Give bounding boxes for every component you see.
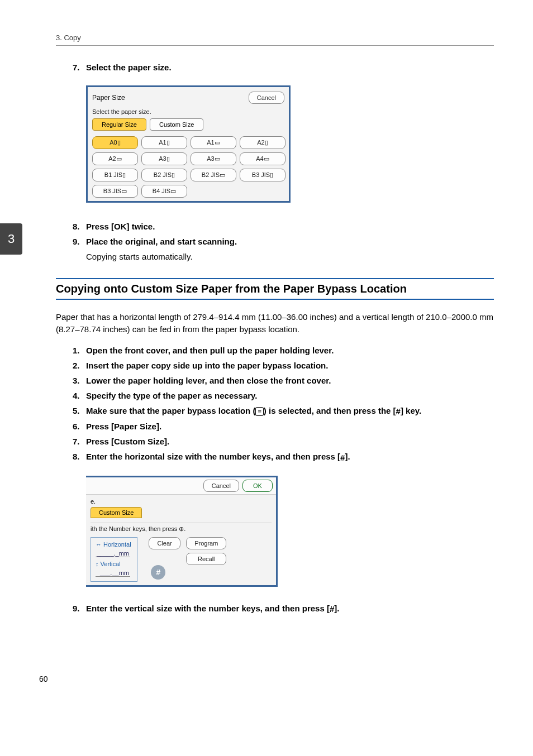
size-option[interactable]: B3 JIS▭ — [92, 185, 138, 198]
cancel-button[interactable]: Cancel — [203, 480, 239, 492]
bstep-9-num: 9. — [73, 604, 86, 613]
partial-label: e. — [91, 498, 272, 505]
size-option[interactable]: A2▯ — [240, 136, 285, 149]
bstep-7-num: 7. — [73, 437, 86, 446]
bstep-9: 9. Enter the vertical size with the numb… — [73, 604, 494, 614]
bstep-5-num: 5. — [73, 406, 86, 415]
section-heading-text: Copying onto Custom Size Paper from the … — [56, 283, 494, 295]
dialog-subtext: Select the paper size. — [92, 108, 284, 115]
vertical-label: ↕ Vertical — [96, 561, 132, 567]
size-option[interactable]: A1▭ — [191, 136, 236, 149]
bstep-6-num: 6. — [73, 422, 86, 431]
step-9-text: Place the original, and start scanning. — [86, 237, 494, 246]
hash-key-icon[interactable]: # — [151, 565, 165, 580]
size-option[interactable]: A3▭ — [191, 152, 236, 165]
size-option[interactable]: A1▯ — [141, 136, 187, 149]
page-number: 60 — [39, 674, 48, 683]
clear-button[interactable]: Clear — [149, 537, 180, 549]
horizontal-label: ↔ Horizontal — [96, 541, 132, 548]
paper-size-dialog: Paper Size Cancel Select the paper size.… — [86, 85, 291, 203]
custom-size-dialog: Cancel OK e. Custom Size ith the Number … — [86, 476, 278, 587]
chapter-tab: 3 — [0, 223, 22, 255]
size-option[interactable]: B2 JIS▭ — [191, 169, 236, 181]
bstep-7-text: Press [Custom Size]. — [86, 437, 494, 446]
section-paragraph: Paper that has a horizontal length of 27… — [56, 311, 494, 336]
step-8-text: Press [OK] twice. — [86, 222, 494, 231]
bstep-6: 6. Press [Paper Size]. — [73, 422, 494, 431]
recall-button[interactable]: Recall — [186, 553, 226, 565]
size-option[interactable]: A3▯ — [141, 152, 187, 165]
step-7-text: Select the paper size. — [86, 63, 494, 72]
note-copying-auto: Copying starts automatically. — [86, 252, 494, 261]
bstep-6-text: Press [Paper Size]. — [86, 422, 494, 431]
bstep-5: 5. Make sure that the paper bypass locat… — [73, 406, 494, 417]
section-heading: Copying onto Custom Size Paper from the … — [56, 278, 494, 300]
bstep-2-text: Insert the paper copy side up into the p… — [86, 361, 494, 370]
size-option[interactable]: A2▭ — [92, 152, 138, 165]
tab-regular-size[interactable]: Regular Size — [92, 118, 146, 131]
bstep-1-num: 1. — [73, 346, 86, 355]
tab-custom-size[interactable]: Custom Size — [91, 507, 142, 518]
bstep-8-num: 8. — [73, 452, 86, 461]
step-8-num: 8. — [73, 222, 86, 231]
size-option[interactable]: B3 JIS▯ — [240, 169, 285, 181]
bstep-2: 2. Insert the paper copy side up into th… — [73, 361, 494, 370]
size-option[interactable]: B1 JIS▯ — [92, 169, 138, 181]
program-button[interactable]: Program — [186, 537, 226, 549]
step-9: 9. Place the original, and start scannin… — [73, 237, 494, 246]
bstep-4: 4. Specify the type of the paper as nece… — [73, 391, 494, 400]
bstep-7: 7. Press [Custom Size]. — [73, 437, 494, 446]
size-grid: A0▯ A1▯ A1▭ A2▯ A2▭ A3▯ A3▭ A4▭ B1 JIS▯ … — [92, 136, 284, 181]
bstep-3-text: Lower the paper holding lever, and then … — [86, 376, 494, 385]
bstep-3: 3. Lower the paper holding lever, and th… — [73, 376, 494, 385]
step-8: 8. Press [OK] twice. — [73, 222, 494, 231]
breadcrumb: 3. Copy — [56, 34, 494, 46]
bstep-9-text: Enter the vertical size with the number … — [86, 604, 494, 614]
horizontal-field[interactable]: _____._mm — [96, 550, 130, 557]
vertical-field[interactable]: ___.__mm — [96, 570, 130, 577]
tab-custom-size[interactable]: Custom Size — [150, 118, 203, 131]
size-option[interactable]: A0▯ — [92, 136, 138, 149]
bstep-2-num: 2. — [73, 361, 86, 370]
bstep-1: 1. Open the front cover, and then pull u… — [73, 346, 494, 355]
size-option[interactable]: B4 JIS▭ — [141, 185, 187, 198]
bstep-8-text: Enter the horizontal size with the numbe… — [86, 452, 494, 462]
size-option[interactable]: B2 JIS▯ — [141, 169, 187, 181]
bstep-3-num: 3. — [73, 376, 86, 385]
ok-button[interactable]: OK — [242, 480, 273, 492]
dialog-instruction: ith the Number keys, then press ⊕. — [91, 523, 272, 533]
cancel-button[interactable]: Cancel — [249, 92, 284, 104]
bypass-icon: ≡ — [255, 407, 263, 416]
dimension-box: ↔ Horizontal _____._mm ↕ Vertical ___.__… — [91, 537, 137, 582]
bstep-4-text: Specify the type of the paper as necessa… — [86, 391, 494, 400]
bstep-8: 8. Enter the horizontal size with the nu… — [73, 452, 494, 462]
hash-icon: # — [396, 406, 401, 416]
dialog-title: Paper Size — [92, 94, 125, 102]
step-9-num: 9. — [73, 237, 86, 246]
step-7: 7. Select the paper size. — [73, 63, 494, 72]
bstep-1-text: Open the front cover, and then pull up t… — [86, 346, 494, 355]
step-7-num: 7. — [73, 63, 86, 72]
bstep-5-text: Make sure that the paper bypass location… — [86, 406, 494, 417]
size-option[interactable]: A4▭ — [240, 152, 285, 165]
bstep-4-num: 4. — [73, 391, 86, 400]
